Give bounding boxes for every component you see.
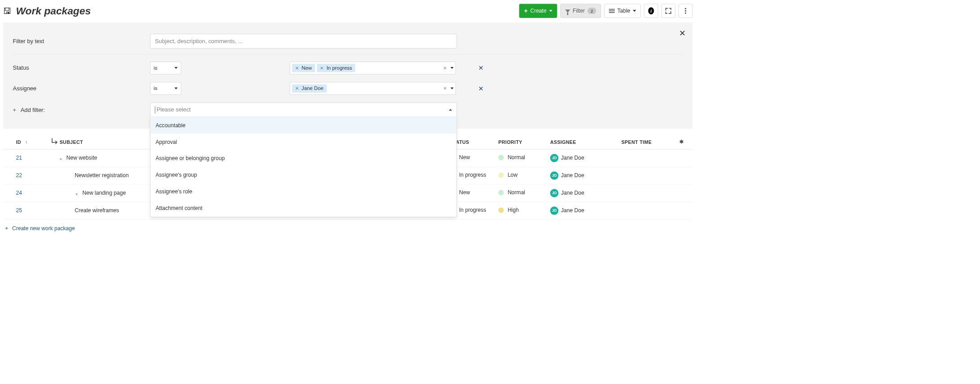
filter-status-label: Status [13,65,150,71]
hierarchy-icon [52,138,56,143]
chip-status-new: ✕ New [292,64,315,72]
plus-icon: + [13,107,16,113]
dropdown-item-assignee-group[interactable]: Assignee or belonging group [150,150,456,167]
col-header-settings[interactable]: ✻ [676,134,692,149]
wp-id-link[interactable]: 22 [16,172,22,178]
avatar: JD [550,154,558,162]
filter-row-add: + Add filter: Please select Accountable … [13,98,683,121]
priority-dot-icon [499,207,504,213]
filter-button-label: Filter [573,8,585,14]
page-title: Work packages [16,5,91,17]
wp-spent-time [618,184,676,202]
add-filter-dropdown: Accountable Approval Assignee or belongi… [150,117,457,217]
wp-assignee: Jane Doe [561,208,584,214]
col-header-spent[interactable]: SPENT TIME [618,134,676,149]
remove-chip-icon[interactable]: ✕ [320,66,324,71]
avatar: JD [550,206,558,214]
filter-count-badge: 2 [587,8,596,14]
wp-priority: Normal [508,189,525,196]
filter-assignee-operator-select[interactable]: is [150,82,181,94]
expand-caret-icon[interactable]: ⌄ [75,191,79,196]
dropdown-item-attachment-content[interactable]: Attachment content [150,200,456,217]
filter-row-text: Filter by text [13,30,683,53]
chevron-up-icon [449,109,452,111]
wp-id-link[interactable]: 24 [16,190,22,196]
filter-status-values-select[interactable]: ✕ New ✕ In progress ✕ [290,62,456,74]
chip-assignee-jane: ✕ Jane Doe [292,84,327,92]
wp-subject: New landing page [82,190,126,196]
chip-label: Jane Doe [301,85,324,91]
create-button-label: Create [530,8,546,14]
dropdown-item-assignees-group[interactable]: Assignee's group [150,167,456,183]
chevron-down-icon[interactable] [450,88,454,89]
wp-priority: Low [508,172,517,178]
expand-caret-icon[interactable]: ⌄ [59,156,63,161]
fullscreen-icon [665,8,671,14]
filter-status-operator-select[interactable]: is [150,62,181,74]
wp-status: In progress [459,207,486,213]
col-header-id[interactable]: ID ↑ [3,134,49,149]
filter-status-operator-value: is [154,65,157,71]
priority-dot-icon [499,190,504,195]
filter-text-label: Filter by text [13,38,150,45]
chip-status-in-progress: ✕ In progress [317,64,355,72]
chevron-down-icon[interactable] [450,67,454,69]
more-actions-button[interactable] [679,4,692,18]
wp-id-link[interactable]: 21 [16,155,22,161]
filter-assignee-values-select[interactable]: ✕ Jane Doe ✕ [290,82,456,94]
wp-spent-time [618,149,676,167]
chevron-down-icon [175,67,178,69]
filter-row-assignee: Assignee is ✕ Jane Doe ✕ ✕ [13,78,683,98]
wp-assignee: Jane Doe [561,155,584,161]
plus-icon: + [5,225,8,232]
filter-icon [565,9,570,12]
page-header: 🖫 Work packages + Create Filter 2 Table … [3,4,692,22]
filter-row-status: Status is ✕ New ✕ In progress ✕ ✕ [13,58,683,78]
clear-values-icon[interactable]: ✕ [443,86,447,91]
filter-button[interactable]: Filter 2 [560,4,601,18]
add-filter-placeholder: Please select [157,106,191,112]
wp-assignee: Jane Doe [561,172,584,179]
remove-filter-status-button[interactable]: ✕ [478,64,484,72]
wp-spent-time [618,202,676,219]
remove-chip-icon[interactable]: ✕ [295,66,299,71]
dropdown-item-accountable[interactable]: Accountable [150,117,456,134]
remove-filter-assignee-button[interactable]: ✕ [478,85,484,92]
sort-asc-icon: ↑ [25,139,27,144]
wp-subject: New website [67,155,97,161]
filter-assignee-operator-value: is [154,85,157,91]
priority-dot-icon [499,155,504,160]
info-icon: i [648,7,654,14]
dropdown-item-approval[interactable]: Approval [150,134,456,150]
wp-status: New [459,154,470,161]
remove-chip-icon[interactable]: ✕ [295,86,299,91]
close-panel-button[interactable]: ✕ [679,28,686,38]
wp-priority: High [508,207,519,213]
add-filter-select[interactable]: Please select [150,103,457,117]
wp-spent-time [618,167,676,184]
dropdown-item-assignees-role[interactable]: Assignee's role [150,183,456,200]
kebab-icon [685,8,686,14]
col-header-priority[interactable]: PRIORITY [495,134,547,149]
add-filter-text: Add filter: [21,107,45,113]
table-icon [609,9,615,13]
filter-panel: ✕ Filter by text Status is ✕ New ✕ In pr… [3,22,692,129]
priority-dot-icon [499,172,504,178]
clear-values-icon[interactable]: ✕ [443,66,447,71]
wp-id-link[interactable]: 25 [16,207,22,213]
wp-assignee: Jane Doe [561,190,584,196]
add-filter-label: + Add filter: [13,107,150,113]
filter-assignee-label: Assignee [13,85,150,92]
view-switch-button[interactable]: Table [604,4,641,18]
filter-text-input[interactable] [150,34,457,49]
save-icon[interactable]: 🖫 [3,7,11,15]
create-button[interactable]: + Create [519,4,557,18]
col-header-assignee[interactable]: ASSIGNEE [547,134,618,149]
fullscreen-button[interactable] [661,4,675,18]
info-button[interactable]: i [644,4,658,18]
wp-subject: Create wireframes [75,208,119,214]
avatar: JD [550,171,558,179]
view-switch-label: Table [617,8,630,14]
create-new-wp-link[interactable]: + Create new work package [3,224,77,233]
chip-label: New [301,65,312,71]
